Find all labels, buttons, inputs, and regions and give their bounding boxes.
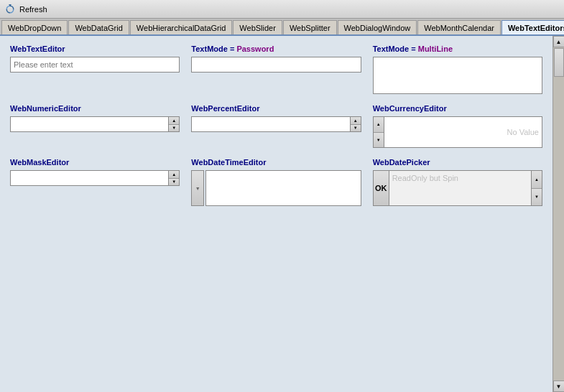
password-input[interactable]	[191, 57, 361, 73]
webtexteditor-input[interactable]	[10, 57, 180, 73]
percent-spinner-wrap: ▲ ▼	[191, 116, 361, 132]
webdatetimeeditor-label: WebDateTimeEditor	[191, 158, 361, 167]
tab-bar: WebDropDown WebDataGrid WebHierarchicalD…	[0, 19, 564, 36]
webdatetimeeditor-group: WebDateTimeEditor ▼	[191, 158, 361, 206]
currency-up-btn[interactable]: ▲	[374, 117, 384, 133]
textmode-password-label: TextMode = Password	[191, 45, 361, 53]
tab-webtexteditors[interactable]: WebTextEditors	[501, 20, 564, 36]
numeric-input[interactable]	[10, 116, 168, 132]
mask-wrap: ▲ ▼	[10, 170, 180, 186]
textmode-multiline-label: TextMode = MultiLine	[373, 45, 542, 53]
webnumericeditor-group: WebNumericEditor ▲ ▼	[10, 104, 180, 148]
currency-down-btn[interactable]: ▼	[374, 133, 384, 148]
datetime-wrap: ▼	[191, 170, 361, 206]
scroll-track[interactable]	[553, 47, 565, 381]
webmaskeditor-group: WebMaskEditor ▲ ▼	[10, 158, 180, 206]
multiline-eq: =	[409, 45, 418, 53]
datepicker-ok-btn[interactable]: OK	[373, 170, 389, 206]
content-panel: WebTextEditor TextMode = Password TextMo…	[0, 36, 553, 392]
title-bar: Refresh	[0, 0, 564, 19]
webpercenteditor-label: WebPercentEditor	[191, 104, 361, 113]
webdatepicker-group: WebDatePicker OK ReadOnly but Spin ▲ ▼	[373, 158, 542, 206]
datepicker-wrap: OK ReadOnly but Spin ▲ ▼	[373, 170, 542, 206]
webmaskeditor-label: WebMaskEditor	[10, 158, 180, 167]
tab-webdialog[interactable]: WebDialogWindow	[338, 20, 417, 34]
percent-input[interactable]	[191, 116, 349, 132]
percent-down-btn[interactable]: ▼	[351, 125, 361, 132]
webcurrencyeditor-label: WebCurrencyEditor	[373, 104, 542, 113]
datetime-toggle-btn[interactable]: ▼	[191, 170, 204, 206]
password-label: Password	[236, 45, 274, 53]
datepicker-input[interactable]: ReadOnly but Spin	[389, 170, 531, 206]
textmode-eq: =	[228, 45, 237, 53]
tab-webmonthcal[interactable]: WebMonthCalendar	[417, 20, 501, 34]
webtexteditor-group: WebTextEditor	[10, 45, 180, 94]
datetime-input[interactable]	[205, 170, 361, 206]
refresh-icon	[4, 4, 16, 15]
webtexteditor-label-text: WebTextEditor	[10, 45, 65, 53]
textmode-label: TextMode	[191, 45, 228, 53]
widget-row-2: WebNumericEditor ▲ ▼ WebPercentEditor ▲	[10, 104, 542, 148]
datepicker-spinner-btns: ▲ ▼	[531, 170, 542, 206]
webpercenteditor-group: WebPercentEditor ▲ ▼	[191, 104, 361, 148]
mask-down-btn[interactable]: ▼	[169, 179, 179, 186]
title-text: Refresh	[19, 5, 47, 14]
numeric-spinner-wrap: ▲ ▼	[10, 116, 180, 132]
tab-webdatagrid[interactable]: WebDataGrid	[68, 20, 129, 34]
currency-input[interactable]: No Value	[384, 116, 542, 148]
webtexteditor-label: WebTextEditor	[10, 45, 180, 53]
multiline-textmode-label: TextMode	[373, 45, 410, 53]
datepicker-up-btn[interactable]: ▲	[532, 171, 542, 189]
percent-up-btn[interactable]: ▲	[351, 117, 361, 125]
datepicker-down-btn[interactable]: ▼	[532, 189, 542, 206]
currency-placeholder: No Value	[507, 128, 539, 136]
widget-row-1: WebTextEditor TextMode = Password TextMo…	[10, 45, 542, 94]
tab-webhierarchical[interactable]: WebHierarchicalDataGrid	[130, 20, 233, 34]
tab-webslider[interactable]: WebSlider	[233, 20, 282, 34]
widget-row-3: WebMaskEditor ▲ ▼ WebDateTimeEditor ▼	[10, 158, 542, 206]
tab-websplitter[interactable]: WebSplitter	[283, 20, 337, 34]
scroll-thumb[interactable]	[554, 48, 564, 77]
mask-btns: ▲ ▼	[168, 170, 180, 186]
currency-btns: ▲ ▼	[373, 116, 384, 148]
numeric-down-btn[interactable]: ▼	[169, 125, 179, 132]
numeric-up-btn[interactable]: ▲	[169, 117, 179, 125]
textmode-password-group: TextMode = Password	[191, 45, 361, 94]
webcurrencyeditor-group: WebCurrencyEditor ▲ ▼ No Value	[373, 104, 542, 148]
currency-wrap: ▲ ▼ No Value	[373, 116, 542, 148]
webnumericeditor-label: WebNumericEditor	[10, 104, 180, 113]
numeric-spinner-btns: ▲ ▼	[168, 116, 180, 132]
scroll-down-btn[interactable]: ▼	[553, 381, 565, 392]
mask-up-btn[interactable]: ▲	[169, 171, 179, 179]
multiline-input[interactable]	[373, 57, 542, 94]
scroll-up-btn[interactable]: ▲	[553, 36, 565, 47]
multiline-label: MultiLine	[418, 45, 453, 53]
textmode-multiline-group: TextMode = MultiLine	[373, 45, 542, 94]
ok-label: OK	[375, 184, 387, 192]
datepicker-placeholder: ReadOnly but Spin	[392, 174, 458, 182]
scrollbar: ▲ ▼	[553, 36, 564, 392]
webdatepicker-label: WebDatePicker	[373, 158, 542, 167]
percent-spinner-btns: ▲ ▼	[350, 116, 361, 132]
main-content: WebTextEditor TextMode = Password TextMo…	[0, 36, 564, 392]
mask-input[interactable]	[10, 170, 168, 186]
tab-webdropdown[interactable]: WebDropDown	[1, 20, 68, 34]
